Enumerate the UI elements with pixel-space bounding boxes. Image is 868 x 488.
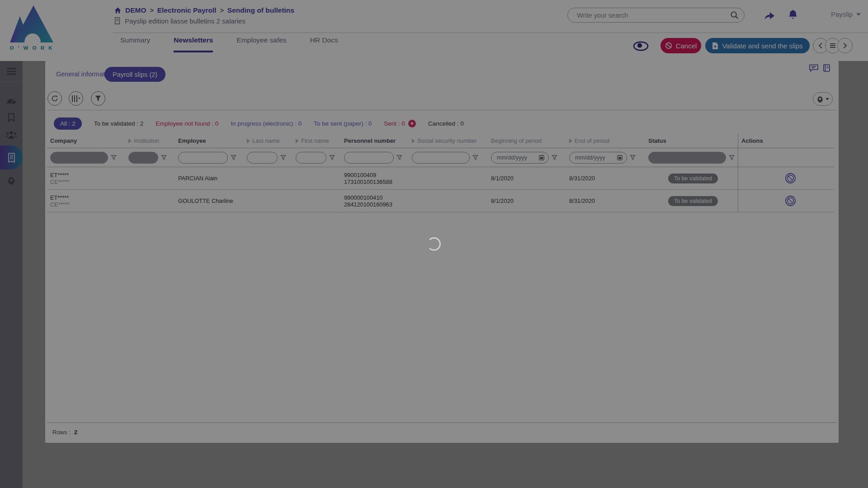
app-screen: O ' W O R K DEMO > Electronic Payroll > … xyxy=(0,0,868,488)
loading-spinner xyxy=(427,237,441,251)
